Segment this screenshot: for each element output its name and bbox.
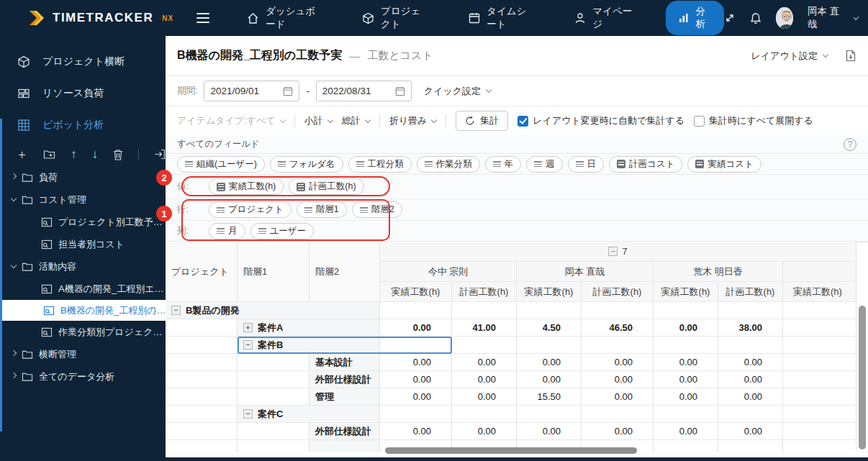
leaf-row-label-clipped[interactable]: 管理 — [309, 440, 380, 452]
value-cell[interactable] — [517, 337, 582, 354]
value-field-chip[interactable]: 実績工数(h) — [209, 178, 284, 195]
nav-mypage[interactable]: マイページ — [574, 5, 633, 31]
field-chip[interactable]: 実績コスト — [687, 156, 761, 173]
more-menu-icon[interactable]: ⋮ — [150, 305, 160, 316]
value-cell[interactable] — [452, 406, 517, 423]
aggregate-button[interactable]: 集計 — [456, 111, 508, 131]
group-row-label-selected[interactable]: −案件B — [238, 337, 380, 354]
value-cell[interactable]: 0.00 — [452, 371, 517, 388]
collapse-icon[interactable]: − — [243, 409, 253, 419]
tree-report-device-a[interactable]: A機器の開発_工程別エ… — [0, 278, 166, 300]
value-cell[interactable]: 0.00 — [380, 388, 452, 406]
value-cell[interactable] — [654, 302, 718, 319]
field-chip[interactable]: 組織(ユーザー) — [177, 156, 265, 173]
field-chip[interactable]: 週 — [526, 156, 563, 173]
value-cell[interactable]: 0.00 — [718, 423, 783, 440]
value-cell[interactable]: 0.00 — [582, 388, 654, 406]
value-cell[interactable] — [380, 302, 452, 319]
value-cell[interactable]: 4.50 — [517, 319, 582, 337]
group-row-label[interactable]: −案件C — [238, 406, 380, 423]
value-cell[interactable] — [783, 406, 856, 423]
value-cell[interactable] — [654, 406, 718, 423]
value-cell[interactable]: 0.00 — [380, 423, 452, 440]
field-chip[interactable]: 計画コスト — [609, 156, 682, 173]
move-down-icon[interactable]: ↓ — [92, 148, 99, 160]
value-cell[interactable] — [380, 406, 452, 423]
grand-total-dropdown[interactable]: 総計 — [342, 114, 370, 127]
value-cell[interactable] — [783, 302, 856, 319]
move-up-icon[interactable]: ↑ — [71, 148, 77, 160]
field-chip[interactable]: 日 — [568, 156, 605, 173]
export-icon[interactable] — [154, 149, 166, 160]
expand-all-checkbox[interactable]: 集計時にすべて展開する — [694, 114, 813, 127]
item-type-dropdown[interactable]: アイテムタイプ:すべて — [177, 114, 285, 127]
tree-folder-activities[interactable]: 活動内容 — [0, 255, 166, 278]
value-cell[interactable]: 38.00 — [718, 319, 783, 337]
value-cell[interactable]: 0.00 — [582, 423, 654, 440]
value-cell[interactable]: 0.00 — [654, 388, 718, 406]
tree-report-cost-by-person[interactable]: 担当者別コスト — [0, 233, 166, 255]
value-cell[interactable] — [452, 302, 517, 319]
field-chip[interactable]: 作業分類 — [417, 156, 480, 173]
value-cell[interactable] — [783, 354, 856, 371]
value-cell[interactable]: 0.00 — [517, 423, 582, 440]
value-cell[interactable]: 0.00 — [718, 354, 783, 371]
nav-analysis-active[interactable]: 分析 — [666, 1, 724, 35]
value-cell[interactable] — [783, 423, 856, 440]
value-cell[interactable]: 0.00 — [517, 354, 582, 371]
date-from-input[interactable]: 2021/09/01 — [204, 81, 299, 101]
value-cell[interactable] — [718, 302, 783, 319]
value-cell[interactable]: 0.00 — [654, 354, 718, 371]
quick-settings-dropdown[interactable]: クイック設定 — [424, 85, 491, 98]
group-row-label[interactable]: −B製品の開発 — [166, 302, 380, 319]
sidebar-item-project-cross[interactable]: プロジェクト横断 — [0, 46, 166, 78]
value-cell[interactable] — [783, 388, 856, 406]
bell-icon[interactable] — [750, 12, 761, 24]
value-cell[interactable]: 15.50 — [517, 388, 582, 406]
value-cell[interactable] — [517, 406, 582, 423]
field-chip[interactable]: 年 — [485, 156, 522, 173]
value-cell[interactable]: 0.00 — [654, 371, 718, 388]
value-cell[interactable]: 0.00 — [380, 354, 452, 371]
nav-project[interactable]: プロジェクト — [362, 5, 430, 31]
tree-folder-cost-mgmt[interactable]: コスト管理 — [0, 188, 166, 211]
value-cell[interactable] — [654, 337, 718, 354]
value-cell[interactable]: 0.00 — [582, 354, 654, 371]
value-cell[interactable] — [783, 371, 856, 388]
value-cell[interactable]: 0.00 — [380, 371, 452, 388]
value-field-chip[interactable]: 計画工数(h) — [289, 178, 363, 195]
tree-folder-cross-mgmt[interactable]: 横断管理 — [0, 343, 166, 365]
value-cell[interactable]: 0.00 — [380, 319, 452, 337]
tree-folder-load[interactable]: 負荷 — [0, 166, 166, 188]
vertical-scrollbar-thumb[interactable] — [859, 306, 866, 449]
expand-icon[interactable]: + — [243, 323, 253, 332]
user-avatar[interactable] — [776, 7, 792, 29]
value-cell[interactable]: 41.00 — [452, 319, 517, 337]
column-field-chip[interactable]: 月 — [209, 223, 245, 239]
add-icon[interactable]: ＋ — [16, 148, 28, 160]
add-folder-icon[interactable] — [43, 149, 55, 160]
field-chip[interactable]: 工程分類 — [348, 156, 412, 173]
horizontal-scrollbar-thumb[interactable] — [385, 447, 637, 454]
value-cell[interactable] — [783, 319, 856, 337]
collapse-group-icon[interactable]: − — [608, 247, 618, 256]
collapse-dropdown[interactable]: 折り畳み — [389, 114, 437, 127]
value-cell[interactable]: 0.00 — [452, 388, 517, 406]
nav-timesheet[interactable]: タイムシート — [469, 5, 535, 31]
value-cell[interactable] — [582, 302, 654, 319]
row-field-chip[interactable]: 階層2 — [352, 201, 402, 218]
layout-settings-dropdown[interactable]: レイアウト設定 — [751, 50, 828, 63]
value-cell[interactable] — [452, 337, 517, 354]
subtotal-dropdown[interactable]: 小計 — [304, 114, 333, 127]
leaf-row-label[interactable]: 外部仕様設計 — [309, 371, 380, 388]
help-icon[interactable]: ? — [844, 138, 856, 151]
chevron-down-icon[interactable] — [854, 14, 859, 20]
value-cell[interactable] — [582, 406, 654, 423]
expand-icon[interactable] — [724, 12, 736, 24]
sidebar-item-pivot-analysis[interactable]: ピボット分析 — [0, 109, 166, 141]
tree-folder-all-data[interactable]: 全てのデータ分析 — [0, 365, 166, 388]
menu-icon[interactable] — [196, 13, 209, 23]
value-cell[interactable] — [380, 337, 452, 354]
value-cell[interactable]: 0.00 — [654, 423, 718, 440]
value-cell[interactable] — [718, 406, 783, 423]
